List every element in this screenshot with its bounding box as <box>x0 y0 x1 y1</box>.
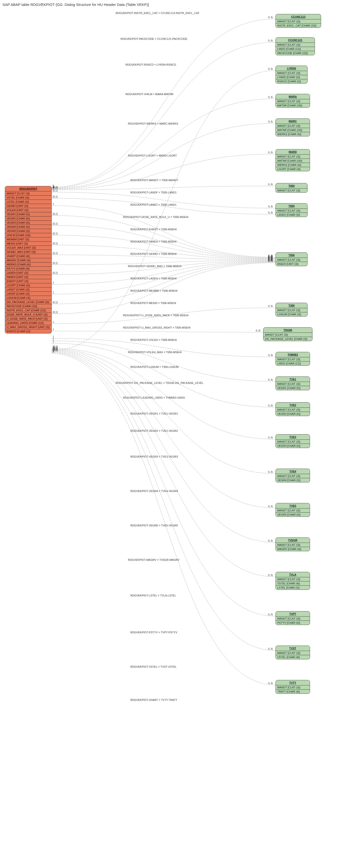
cardinality-target: 0..N <box>268 354 272 356</box>
entity-field: RSNCD [CHAR (2)] <box>5 329 52 333</box>
entity-field: MANDT [CLNT (3)] <box>276 440 310 444</box>
cardinality-target: 0..N <box>268 471 272 473</box>
entity-header: T006 <box>276 253 307 258</box>
cardinality-source: {0,1} <box>53 195 58 198</box>
cardinality-source: {0,1} <box>53 252 58 255</box>
edge-label: RDGVEKPIOT-LADEH = T006-MSEHI <box>130 277 177 280</box>
entity-header: TVE1 <box>276 377 310 382</box>
entity-field: PACKCODE [CHAR (10)] <box>5 304 52 308</box>
entity-tve3: TVE3MANDT [CLNT (3)]VEGR3 [CHAR (5)] <box>275 434 310 448</box>
entity-field: VEGR5 [CHAR (5)] <box>5 229 52 233</box>
entity-field: MANDT [CLNT (3)] <box>276 651 310 655</box>
entity-field: LGNUM [CHAR (3)] <box>5 296 52 300</box>
entity-field: DG_PACKAGE_LEVEL [CHAR (3)] <box>5 300 52 304</box>
entity-field: MANDT [CLNT (3)] <box>5 191 52 196</box>
cardinality-source: 1 <box>53 340 54 343</box>
edge-label: RDGVEKPIOT-INSTR_ENCL_CAT = CCUNC113-INS… <box>116 11 200 14</box>
entity-header: TVE2 <box>276 403 310 408</box>
edge-label: RDGVEKPIOT-MEINS = T006-MSEHI <box>130 302 176 305</box>
entity-tve4: TVE4MANDT [CLNT (3)]VEGR4 [CHAR (5)] <box>275 469 310 483</box>
cardinality-source: 1 <box>53 291 54 294</box>
cardinality-target: 0..N <box>268 378 272 381</box>
entity-field: VEGR2 [CHAR (5)] <box>276 412 310 416</box>
entity-ccunc121: CCUNC121MANDT [CLNT (3)]LWDG [CHAR (12)]… <box>275 37 315 55</box>
edge-label: RDGVEKPIOT-VHART = TVTY-TRATY <box>130 699 177 702</box>
entity-t006: T006MANDT [CLNT (3)]MSEHI [UNIT (3)] <box>275 252 307 266</box>
entity-field: VSTEL [CHAR (4)] <box>5 196 52 200</box>
entity-header: CCUNC113 <box>276 14 321 20</box>
entity-header: TVE5 <box>276 503 310 508</box>
edge-label: RDGVEKPIOT-EHENT = T006-MSEHI <box>130 228 177 231</box>
entity-header: TVLA <box>276 572 310 577</box>
edge-label: RDGVEKPIOT-VSTEL = TVST-VSTEL <box>130 665 177 668</box>
cardinality-target: 0..N <box>268 436 272 439</box>
cardinality-target: 0..N <box>268 16 272 19</box>
entity-header: TVTY <box>276 680 310 685</box>
edge-label: RDGVEKPIOT-WERKS = MARC-WERKS <box>128 122 178 125</box>
entity-field: MANDT [CLNT (3)] <box>276 43 315 47</box>
edge-label: RDGVEKPIOT-VOLEH = T006-MSEHI <box>130 338 177 341</box>
cardinality-source: 1 <box>53 203 54 206</box>
cardinality-target: 0..N <box>268 260 272 262</box>
entity-t000: T000MANDT [CLNT (3)] <box>275 183 307 193</box>
entity-field: MANDT [CLNT (3)] <box>276 308 307 312</box>
entity-field: WERKS [CHAR (4)] <box>276 163 310 167</box>
entity-t300: T300MANDT [CLNT (3)]LGNUM [CHAR (3)] <box>275 303 307 316</box>
entity-marc: MARCMANDT [CLNT (3)]MATNR [CHAR (18)]WER… <box>275 119 310 136</box>
entity-field: VEGR3 [CHAR (5)] <box>276 444 310 448</box>
cardinality-target: 0..N <box>268 648 272 650</box>
edge-label: RDGVEKPIOT-VEGR2 = TVE2-VEGR2 <box>130 429 178 432</box>
edge-label: RDGVEKPIOT-VEGR3 = TVE3-VEGR3 <box>130 455 178 458</box>
entity-field: EHENT [UNIT (3)] <box>5 279 52 283</box>
cardinality-source: {0,1} <box>53 242 58 245</box>
cardinality-source: {0,1} <box>53 232 58 235</box>
entity-tve5: TVE5MANDT [CLNT (3)]VEGR5 [CHAR (5)] <box>275 503 310 517</box>
edge-label: RDGVEKPIOT-DOSE_RATE_BULK_U = T006-MSEHI <box>123 216 188 218</box>
edge-label: RDGVEKPIOT-FAREH = T006-MSEHI <box>130 240 177 243</box>
cardinality-source: 1 <box>53 350 54 353</box>
entity-field: GEWEI [UNIT (3)] <box>5 204 52 208</box>
entity-field: MANDT [CLNT (3)] <box>276 577 310 582</box>
edge-label: RDGVEKPIOT-VEGR4 = TVE4-VEGR4 <box>130 490 178 493</box>
entity-field: VEGR5 [CHAR (5)] <box>276 513 310 517</box>
entity-tvty: TVTYMANDT [CLNT (3)]TRATY [CHAR (4)] <box>275 680 310 694</box>
entity-t005: T005MANDT [CLNT (3)]LAND1 [CHAR (3)] <box>275 203 307 217</box>
entity-field: LGNUM [CHAR (3)] <box>276 312 307 316</box>
entity-field: FAREH [UNIT (3)] <box>5 275 52 279</box>
entity-tvegr: TVEGRMANDT [CLNT (3)]MAGRV [CHAR (4)] <box>275 537 310 551</box>
entity-field: PSTYV [CHAR (4)] <box>276 621 310 625</box>
entity-field: LADEH [UNIT (3)] <box>5 271 52 275</box>
entity-field: VHART [CHAR (4)] <box>5 254 52 258</box>
cardinality-source: {0,1} <box>53 311 58 314</box>
entity-field: MANDT [CLNT (3)] <box>276 685 310 690</box>
entity-thm063: THM063MANDT [CLNT (3)]LWDG [CHAR (12)] <box>275 352 310 366</box>
cardinality-target: 0..N <box>268 211 272 214</box>
edge-label: RDGVEKPIOT-LANDF = T005-LAND1 <box>130 191 177 194</box>
entity-header: TVPT <box>276 612 310 617</box>
entity-field: LWDG [CHAR (12)] <box>276 47 315 51</box>
edge-label: RDGVEKPIOT-VHILM = MARA-MATNR <box>125 93 173 96</box>
entity-field: LGORT [CHAR (4)] <box>276 167 310 171</box>
cardinality-target: 0..N <box>268 183 272 186</box>
entity-ccunc113: CCUNC113MANDT [CLNT (3)]INSTR_ENCL_CAT [… <box>275 14 321 28</box>
entity-header: TVST <box>276 646 310 651</box>
entity-field: MANDT [CLNT (3)] <box>276 508 310 513</box>
entity-field: MEINS [UNIT (3)] <box>5 242 52 246</box>
edge-label: RDGVEKPIOT-LANDT = T005-LAND1 <box>130 203 177 206</box>
entity-tve2: TVE2MANDT [CLNT (3)]VEGR2 [CHAR (5)] <box>275 402 310 416</box>
entity-field: MANDT [CLNT (3)] <box>263 333 312 337</box>
entity-field: VSTEL [CHAR (4)] <box>276 655 310 659</box>
entity-field: WERKS [CHAR (4)] <box>276 132 310 136</box>
cardinality-target: 0..N <box>268 96 272 98</box>
entity-tve1: TVE1MANDT [CLNT (3)]VEGR1 [CHAR (5)] <box>275 376 310 390</box>
entity-rdgvekpiot: RDGVEKPIOTMANDT [CLNT (3)]VSTEL [CHAR (4… <box>5 186 52 334</box>
entity-field: GEWEI_MAX [UNIT (3)] <box>5 250 52 254</box>
cardinality-target: 0..N <box>268 613 272 616</box>
entity-field: MATNR [CHAR (18)] <box>276 103 310 107</box>
entity-field: VEGR4 [CHAR (5)] <box>5 225 52 229</box>
cardinality-source: {0,1} <box>53 272 58 274</box>
cardinality-source: {0,1} <box>53 262 58 265</box>
entity-field: LANDT [CHAR (3)] <box>5 287 52 292</box>
cardinality-source: {0,1} <box>53 301 58 304</box>
entity-field: TRATY [CHAR (4)] <box>276 690 310 693</box>
